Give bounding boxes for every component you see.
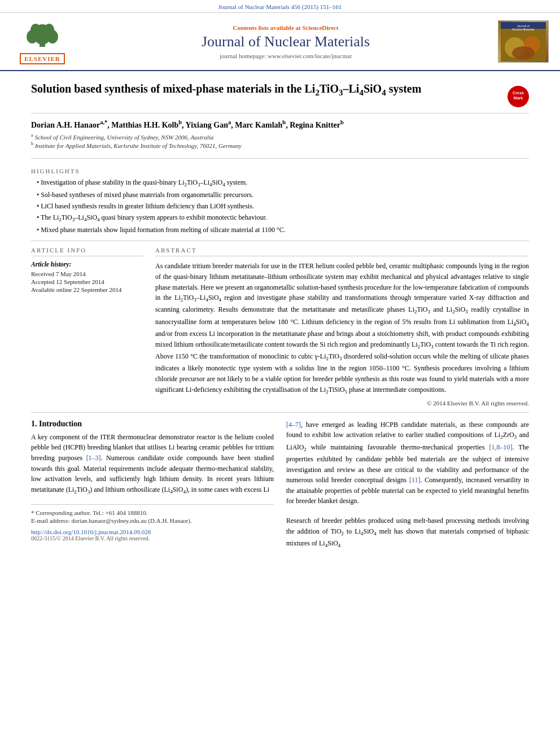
contents-label: Contents lists available at [233, 24, 303, 31]
elsevier-logo-section: ELSEVIER [11, 19, 73, 64]
ref-11: [11] [409, 476, 421, 484]
highlight-item-4: The Li2TiO3–Li4SiO4 quasi binary system … [37, 213, 529, 224]
author-3: Yixiang Gana [186, 121, 231, 129]
highlight-item-5: Mixed phase materials show liquid format… [37, 225, 529, 235]
doi-section: http://dx.doi.org/10.1016/j.jnucmat.2014… [31, 525, 274, 544]
introduction-heading: 1. Introduction [31, 420, 274, 429]
divider-1 [31, 158, 529, 159]
highlight-item-3: LiCl based synthesis results in greater … [37, 202, 529, 211]
authors-line: Dorian A.H. Hanaora,*, Matthias H.H. Kol… [31, 119, 529, 130]
affiliation-1-sup: a [31, 133, 33, 138]
author-1: Dorian A.H. Hanaora,* [31, 121, 107, 129]
footnote-corresponding: * Corresponding author. Tel.: +61 404 18… [31, 509, 274, 516]
introduction-text-col2: [4–7], have emerged as leading HCPB cand… [286, 420, 529, 506]
article-info-label: ARTICLE INFO [31, 247, 144, 256]
sciencedirect-line: Contents lists available at ScienceDirec… [73, 24, 498, 31]
ref-4-7: [4–7] [286, 421, 301, 429]
crossmark-badge: Cross Mark [508, 86, 529, 107]
journal-cover-thumbnail: Journal of Nuclear Materials [498, 20, 549, 63]
article-title: Solution based synthesis of mixed-phase … [31, 81, 508, 99]
ref-1-8-10: [1,8–10] [489, 443, 513, 451]
journal-citation-bar: Journal of Nuclear Materials 456 (2015) … [0, 0, 560, 13]
article-title-section: Solution based synthesis of mixed-phase … [31, 71, 529, 113]
ref-1-3: [1–3] [86, 454, 101, 462]
body-section: 1. Introduction A key component of the I… [31, 413, 529, 550]
doi-link[interactable]: http://dx.doi.org/10.1016/j.jnucmat.2014… [31, 528, 274, 535]
highlights-label: HIGHLIGHTS [31, 168, 529, 174]
main-content: Solution based synthesis of mixed-phase … [0, 71, 560, 550]
author-5: Regina Knitterb [290, 121, 344, 129]
journal-homepage: journal homepage: www.elsevier.com/locat… [73, 53, 498, 59]
article-history-label: Article history: [31, 261, 144, 268]
journal-cover-image: Journal of Nuclear Materials [501, 22, 546, 62]
issn-line: 0022-3115/© 2014 Elsevier B.V. All right… [31, 535, 274, 541]
body-col-right: [4–7], have emerged as leading HCPB cand… [286, 420, 529, 550]
elsevier-label: ELSEVIER [20, 53, 65, 64]
abstract-label: ABSTRACT [155, 247, 529, 256]
article-info-col: ARTICLE INFO Article history: Received 7… [31, 247, 144, 407]
journal-title: Journal of Nuclear Materials [73, 33, 498, 50]
elsevier-tree-icon [20, 19, 65, 50]
svg-text:Cross: Cross [513, 91, 524, 95]
highlight-item-1: Investigation of phase stability in the … [37, 178, 529, 189]
author-1-sup: a,* [100, 119, 107, 125]
affiliation-1: a School of Civil Engineering, Universit… [31, 133, 529, 141]
highlight-item-2: Sol-based syntheses of mixed phase mater… [37, 190, 529, 200]
svg-point-4 [30, 24, 41, 36]
svg-text:Mark: Mark [514, 96, 523, 100]
author-4-sup: b [282, 119, 286, 125]
abstract-text: As candidate tritium breeder materials f… [155, 261, 529, 396]
introduction-text-col1: A key component of the ITER thermonuclea… [31, 432, 274, 496]
author-2: Matthias H.H. Kolbb [111, 121, 182, 129]
available-online-date: Available online 22 September 2014 [31, 286, 144, 293]
accepted-date: Accepted 12 September 2014 [31, 278, 144, 285]
abstract-col: ABSTRACT As candidate tritium breeder ma… [155, 247, 529, 407]
footnotes-section: * Corresponding author. Tel.: +61 404 18… [31, 504, 274, 524]
footnote-email: E-mail address: dorian.hanaor@sydney.edu… [31, 517, 274, 524]
author-2-sup: b [178, 119, 182, 125]
body-col-left: 1. Introduction A key component of the I… [31, 420, 274, 550]
highlights-section: HIGHLIGHTS Investigation of phase stabil… [31, 163, 529, 241]
journal-header: ELSEVIER Contents lists available at Sci… [0, 13, 560, 71]
affiliation-2-sup: b [31, 141, 33, 146]
introduction-text-col2b: Research of breeder pebbles produced usi… [286, 516, 529, 550]
two-col-body: 1. Introduction A key component of the I… [31, 420, 529, 550]
author-4: Marc Kamlahb [235, 121, 286, 129]
received-date: Received 7 May 2014 [31, 270, 144, 277]
author-5-sup: b [340, 119, 344, 125]
author-3-sup: a [228, 119, 231, 125]
journal-header-center: Contents lists available at ScienceDirec… [73, 24, 498, 59]
copyright-notice: © 2014 Elsevier B.V. All rights reserved… [155, 400, 529, 407]
svg-point-12 [512, 46, 535, 60]
article-info-abstract-section: ARTICLE INFO Article history: Received 7… [31, 241, 529, 413]
journal-citation-text: Journal of Nuclear Materials 456 (2015) … [218, 3, 342, 10]
sciencedirect-text: ScienceDirect [302, 24, 338, 31]
svg-point-5 [44, 24, 54, 36]
authors-section: Dorian A.H. Hanaora,*, Matthias H.H. Kol… [31, 113, 529, 154]
affiliation-2: b Institute for Applied Materials, Karls… [31, 141, 529, 149]
svg-text:Nuclear Materials: Nuclear Materials [513, 28, 535, 31]
